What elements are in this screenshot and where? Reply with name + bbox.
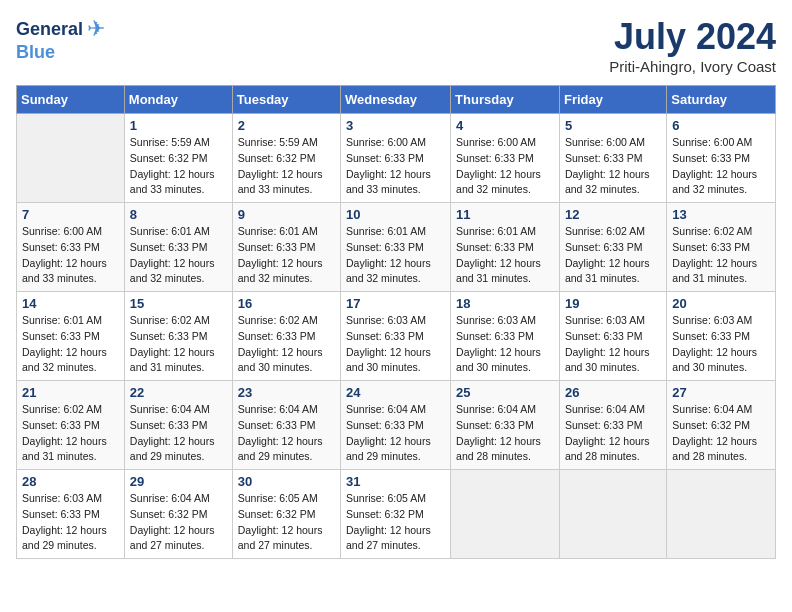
header-saturday: Saturday bbox=[667, 86, 776, 114]
day-info: Sunrise: 6:04 AM Sunset: 6:33 PM Dayligh… bbox=[346, 402, 445, 465]
day-number: 7 bbox=[22, 207, 119, 222]
calendar-cell: 6Sunrise: 6:00 AM Sunset: 6:33 PM Daylig… bbox=[667, 114, 776, 203]
calendar-cell: 2Sunrise: 5:59 AM Sunset: 6:32 PM Daylig… bbox=[232, 114, 340, 203]
day-number: 22 bbox=[130, 385, 227, 400]
day-info: Sunrise: 5:59 AM Sunset: 6:32 PM Dayligh… bbox=[238, 135, 335, 198]
calendar-cell: 23Sunrise: 6:04 AM Sunset: 6:33 PM Dayli… bbox=[232, 381, 340, 470]
day-info: Sunrise: 6:02 AM Sunset: 6:33 PM Dayligh… bbox=[22, 402, 119, 465]
calendar-cell: 22Sunrise: 6:04 AM Sunset: 6:33 PM Dayli… bbox=[124, 381, 232, 470]
day-number: 10 bbox=[346, 207, 445, 222]
logo-blue: Blue bbox=[16, 42, 55, 63]
calendar-cell: 9Sunrise: 6:01 AM Sunset: 6:33 PM Daylig… bbox=[232, 203, 340, 292]
day-number: 21 bbox=[22, 385, 119, 400]
day-info: Sunrise: 6:00 AM Sunset: 6:33 PM Dayligh… bbox=[22, 224, 119, 287]
day-number: 3 bbox=[346, 118, 445, 133]
calendar-cell: 1Sunrise: 5:59 AM Sunset: 6:32 PM Daylig… bbox=[124, 114, 232, 203]
calendar-cell: 7Sunrise: 6:00 AM Sunset: 6:33 PM Daylig… bbox=[17, 203, 125, 292]
day-info: Sunrise: 6:01 AM Sunset: 6:33 PM Dayligh… bbox=[22, 313, 119, 376]
day-number: 25 bbox=[456, 385, 554, 400]
day-info: Sunrise: 6:01 AM Sunset: 6:33 PM Dayligh… bbox=[238, 224, 335, 287]
calendar-cell: 27Sunrise: 6:04 AM Sunset: 6:32 PM Dayli… bbox=[667, 381, 776, 470]
day-info: Sunrise: 6:02 AM Sunset: 6:33 PM Dayligh… bbox=[130, 313, 227, 376]
day-info: Sunrise: 6:02 AM Sunset: 6:33 PM Dayligh… bbox=[672, 224, 770, 287]
day-number: 31 bbox=[346, 474, 445, 489]
calendar-week-row: 28Sunrise: 6:03 AM Sunset: 6:33 PM Dayli… bbox=[17, 470, 776, 559]
day-info: Sunrise: 6:05 AM Sunset: 6:32 PM Dayligh… bbox=[238, 491, 335, 554]
calendar-cell: 15Sunrise: 6:02 AM Sunset: 6:33 PM Dayli… bbox=[124, 292, 232, 381]
day-number: 18 bbox=[456, 296, 554, 311]
calendar-cell: 13Sunrise: 6:02 AM Sunset: 6:33 PM Dayli… bbox=[667, 203, 776, 292]
header-monday: Monday bbox=[124, 86, 232, 114]
calendar-cell: 25Sunrise: 6:04 AM Sunset: 6:33 PM Dayli… bbox=[451, 381, 560, 470]
day-info: Sunrise: 5:59 AM Sunset: 6:32 PM Dayligh… bbox=[130, 135, 227, 198]
calendar-cell: 20Sunrise: 6:03 AM Sunset: 6:33 PM Dayli… bbox=[667, 292, 776, 381]
calendar-cell: 12Sunrise: 6:02 AM Sunset: 6:33 PM Dayli… bbox=[559, 203, 666, 292]
day-number: 16 bbox=[238, 296, 335, 311]
day-info: Sunrise: 6:00 AM Sunset: 6:33 PM Dayligh… bbox=[346, 135, 445, 198]
day-info: Sunrise: 6:03 AM Sunset: 6:33 PM Dayligh… bbox=[672, 313, 770, 376]
logo-bird-icon: ✈ bbox=[87, 16, 105, 42]
day-number: 11 bbox=[456, 207, 554, 222]
month-title: July 2024 bbox=[609, 16, 776, 58]
day-number: 12 bbox=[565, 207, 661, 222]
day-info: Sunrise: 6:04 AM Sunset: 6:33 PM Dayligh… bbox=[238, 402, 335, 465]
day-info: Sunrise: 6:04 AM Sunset: 6:32 PM Dayligh… bbox=[672, 402, 770, 465]
calendar-cell: 31Sunrise: 6:05 AM Sunset: 6:32 PM Dayli… bbox=[341, 470, 451, 559]
header-thursday: Thursday bbox=[451, 86, 560, 114]
day-number: 23 bbox=[238, 385, 335, 400]
calendar-cell: 3Sunrise: 6:00 AM Sunset: 6:33 PM Daylig… bbox=[341, 114, 451, 203]
calendar-table: SundayMondayTuesdayWednesdayThursdayFrid… bbox=[16, 85, 776, 559]
day-info: Sunrise: 6:03 AM Sunset: 6:33 PM Dayligh… bbox=[346, 313, 445, 376]
day-info: Sunrise: 6:03 AM Sunset: 6:33 PM Dayligh… bbox=[456, 313, 554, 376]
day-info: Sunrise: 6:00 AM Sunset: 6:33 PM Dayligh… bbox=[565, 135, 661, 198]
page-header: General ✈ Blue July 2024 Priti-Ahingro, … bbox=[16, 16, 776, 75]
day-info: Sunrise: 6:04 AM Sunset: 6:33 PM Dayligh… bbox=[565, 402, 661, 465]
day-number: 24 bbox=[346, 385, 445, 400]
day-info: Sunrise: 6:00 AM Sunset: 6:33 PM Dayligh… bbox=[672, 135, 770, 198]
day-info: Sunrise: 6:05 AM Sunset: 6:32 PM Dayligh… bbox=[346, 491, 445, 554]
calendar-cell: 26Sunrise: 6:04 AM Sunset: 6:33 PM Dayli… bbox=[559, 381, 666, 470]
calendar-header-row: SundayMondayTuesdayWednesdayThursdayFrid… bbox=[17, 86, 776, 114]
calendar-cell: 4Sunrise: 6:00 AM Sunset: 6:33 PM Daylig… bbox=[451, 114, 560, 203]
day-info: Sunrise: 6:02 AM Sunset: 6:33 PM Dayligh… bbox=[565, 224, 661, 287]
calendar-cell: 24Sunrise: 6:04 AM Sunset: 6:33 PM Dayli… bbox=[341, 381, 451, 470]
day-number: 17 bbox=[346, 296, 445, 311]
calendar-cell: 19Sunrise: 6:03 AM Sunset: 6:33 PM Dayli… bbox=[559, 292, 666, 381]
calendar-cell: 29Sunrise: 6:04 AM Sunset: 6:32 PM Dayli… bbox=[124, 470, 232, 559]
calendar-cell bbox=[559, 470, 666, 559]
calendar-cell: 30Sunrise: 6:05 AM Sunset: 6:32 PM Dayli… bbox=[232, 470, 340, 559]
day-number: 5 bbox=[565, 118, 661, 133]
calendar-cell: 21Sunrise: 6:02 AM Sunset: 6:33 PM Dayli… bbox=[17, 381, 125, 470]
header-friday: Friday bbox=[559, 86, 666, 114]
title-area: July 2024 Priti-Ahingro, Ivory Coast bbox=[609, 16, 776, 75]
day-info: Sunrise: 6:03 AM Sunset: 6:33 PM Dayligh… bbox=[565, 313, 661, 376]
calendar-week-row: 21Sunrise: 6:02 AM Sunset: 6:33 PM Dayli… bbox=[17, 381, 776, 470]
day-number: 9 bbox=[238, 207, 335, 222]
calendar-cell: 14Sunrise: 6:01 AM Sunset: 6:33 PM Dayli… bbox=[17, 292, 125, 381]
calendar-cell: 5Sunrise: 6:00 AM Sunset: 6:33 PM Daylig… bbox=[559, 114, 666, 203]
calendar-week-row: 1Sunrise: 5:59 AM Sunset: 6:32 PM Daylig… bbox=[17, 114, 776, 203]
calendar-cell: 10Sunrise: 6:01 AM Sunset: 6:33 PM Dayli… bbox=[341, 203, 451, 292]
day-number: 19 bbox=[565, 296, 661, 311]
day-number: 30 bbox=[238, 474, 335, 489]
header-wednesday: Wednesday bbox=[341, 86, 451, 114]
calendar-cell: 18Sunrise: 6:03 AM Sunset: 6:33 PM Dayli… bbox=[451, 292, 560, 381]
day-number: 13 bbox=[672, 207, 770, 222]
calendar-cell: 8Sunrise: 6:01 AM Sunset: 6:33 PM Daylig… bbox=[124, 203, 232, 292]
calendar-week-row: 7Sunrise: 6:00 AM Sunset: 6:33 PM Daylig… bbox=[17, 203, 776, 292]
day-info: Sunrise: 6:00 AM Sunset: 6:33 PM Dayligh… bbox=[456, 135, 554, 198]
day-info: Sunrise: 6:02 AM Sunset: 6:33 PM Dayligh… bbox=[238, 313, 335, 376]
day-number: 6 bbox=[672, 118, 770, 133]
day-number: 8 bbox=[130, 207, 227, 222]
day-info: Sunrise: 6:01 AM Sunset: 6:33 PM Dayligh… bbox=[456, 224, 554, 287]
location-title: Priti-Ahingro, Ivory Coast bbox=[609, 58, 776, 75]
day-number: 26 bbox=[565, 385, 661, 400]
day-number: 4 bbox=[456, 118, 554, 133]
calendar-cell: 28Sunrise: 6:03 AM Sunset: 6:33 PM Dayli… bbox=[17, 470, 125, 559]
calendar-cell: 17Sunrise: 6:03 AM Sunset: 6:33 PM Dayli… bbox=[341, 292, 451, 381]
calendar-cell bbox=[451, 470, 560, 559]
day-number: 28 bbox=[22, 474, 119, 489]
calendar-cell: 11Sunrise: 6:01 AM Sunset: 6:33 PM Dayli… bbox=[451, 203, 560, 292]
logo-general: General bbox=[16, 19, 83, 40]
day-info: Sunrise: 6:04 AM Sunset: 6:33 PM Dayligh… bbox=[130, 402, 227, 465]
